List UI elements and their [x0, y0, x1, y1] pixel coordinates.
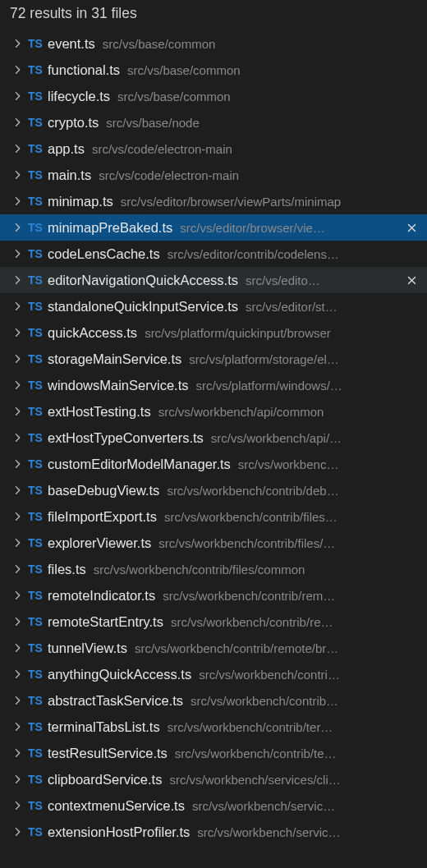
search-result-row[interactable]: TSclipboardService.tssrc/vs/workbench/se… — [0, 766, 427, 792]
search-result-row[interactable]: TSterminalTabsList.tssrc/vs/workbench/co… — [0, 714, 427, 740]
file-type-icon: TS — [25, 484, 48, 497]
search-result-row[interactable]: TSquickAccess.tssrc/vs/platform/quickinp… — [0, 319, 427, 346]
result-label: testResultService.tssrc/vs/workbench/con… — [48, 746, 420, 761]
search-result-row[interactable]: TSanythingQuickAccess.tssrc/vs/workbench… — [0, 661, 427, 687]
chevron-right-icon[interactable] — [11, 616, 25, 627]
result-label: main.tssrc/vs/code/electron-main — [48, 168, 420, 183]
file-type-icon: TS — [25, 37, 48, 50]
result-path: src/vs/workbench/contri… — [199, 668, 340, 682]
result-filename: explorerViewer.ts — [48, 535, 151, 551]
result-label: extensionHostProfiler.tssrc/vs/workbench… — [48, 824, 420, 840]
chevron-right-icon[interactable] — [11, 406, 25, 417]
result-path: src/vs/workbench/servic… — [197, 825, 340, 839]
result-path: src/vs/base/common — [127, 63, 241, 77]
chevron-right-icon[interactable] — [11, 117, 25, 128]
search-result-row[interactable]: TSminimap.tssrc/vs/editor/browser/viewPa… — [0, 188, 427, 214]
result-filename: remoteStartEntry.ts — [48, 614, 163, 630]
search-result-row[interactable]: TSwindowsMainService.tssrc/vs/platform/w… — [0, 372, 427, 398]
chevron-right-icon[interactable] — [11, 721, 25, 733]
chevron-right-icon[interactable] — [11, 90, 25, 102]
search-result-row[interactable]: TSeditorNavigationQuickAccess.tssrc/vs/e… — [0, 267, 427, 293]
file-type-icon: TS — [25, 90, 48, 103]
chevron-right-icon[interactable] — [11, 248, 25, 259]
search-result-row[interactable]: TSstandaloneQuickInputService.tssrc/vs/e… — [0, 293, 427, 319]
result-label: extHostTesting.tssrc/vs/workbench/api/co… — [48, 404, 420, 420]
chevron-right-icon[interactable] — [11, 800, 25, 811]
chevron-right-icon[interactable] — [11, 668, 25, 680]
result-label: app.tssrc/vs/code/electron-main — [48, 141, 420, 157]
result-path: src/vs/workbench/contrib/te… — [175, 746, 337, 760]
result-filename: tunnelView.ts — [48, 641, 127, 656]
result-path: src/vs/workbench/api/common — [158, 405, 324, 419]
result-label: abstractTaskService.tssrc/vs/workbench/c… — [48, 693, 420, 709]
chevron-right-icon[interactable] — [11, 826, 25, 838]
search-result-row[interactable]: TSapp.tssrc/vs/code/electron-main — [0, 135, 427, 162]
search-result-row[interactable]: TScustomEditorModelManager.tssrc/vs/work… — [0, 451, 427, 477]
search-result-row[interactable]: TSlifecycle.tssrc/vs/base/common — [0, 83, 427, 109]
search-result-row[interactable]: TSevent.tssrc/vs/base/common — [0, 30, 427, 57]
chevron-right-icon[interactable] — [11, 64, 25, 76]
chevron-right-icon[interactable] — [11, 327, 25, 338]
search-result-row[interactable]: TScrypto.tssrc/vs/base/node — [0, 109, 427, 135]
file-type-icon: TS — [25, 431, 48, 444]
result-label: crypto.tssrc/vs/base/node — [48, 115, 420, 131]
search-result-row[interactable]: TSmain.tssrc/vs/code/electron-main — [0, 162, 427, 188]
result-filename: lifecycle.ts — [48, 89, 110, 104]
file-type-icon: TS — [25, 825, 48, 838]
search-result-row[interactable]: TSminimapPreBaked.tssrc/vs/editor/browse… — [0, 214, 427, 241]
search-result-row[interactable]: TSremoteIndicator.tssrc/vs/workbench/con… — [0, 582, 427, 609]
result-label: minimap.tssrc/vs/editor/browser/viewPart… — [48, 194, 420, 209]
result-path: src/vs/workbench/contrib/deb… — [167, 484, 338, 498]
chevron-right-icon[interactable] — [11, 485, 25, 496]
chevron-right-icon[interactable] — [11, 143, 25, 154]
search-result-row[interactable]: TSextHostTypeConverters.tssrc/vs/workben… — [0, 425, 427, 451]
search-result-row[interactable]: TStunnelView.tssrc/vs/workbench/contrib/… — [0, 635, 427, 661]
chevron-right-icon[interactable] — [11, 379, 25, 391]
chevron-right-icon[interactable] — [11, 195, 25, 207]
result-path: src/vs/editor/browser/vie… — [180, 221, 325, 235]
search-result-row[interactable]: TSabstractTaskService.tssrc/vs/workbench… — [0, 687, 427, 714]
chevron-right-icon[interactable] — [11, 590, 25, 601]
close-icon[interactable] — [402, 271, 420, 289]
search-result-row[interactable]: TScontextmenuService.tssrc/vs/workbench/… — [0, 792, 427, 819]
result-filename: baseDebugView.ts — [48, 483, 159, 498]
search-result-row[interactable]: TScodeLensCache.tssrc/vs/editor/contrib/… — [0, 241, 427, 267]
search-result-row[interactable]: TSextensionHostProfiler.tssrc/vs/workben… — [0, 819, 427, 845]
chevron-right-icon[interactable] — [11, 695, 25, 706]
search-result-row[interactable]: TStestResultService.tssrc/vs/workbench/c… — [0, 740, 427, 766]
chevron-right-icon[interactable] — [11, 169, 25, 181]
chevron-right-icon[interactable] — [11, 274, 25, 286]
search-result-row[interactable]: TSfiles.tssrc/vs/workbench/contrib/files… — [0, 556, 427, 582]
search-result-row[interactable]: TSfunctional.tssrc/vs/base/common — [0, 57, 427, 83]
file-type-icon: TS — [25, 273, 48, 287]
search-result-row[interactable]: TSremoteStartEntry.tssrc/vs/workbench/co… — [0, 609, 427, 635]
search-result-row[interactable]: TSexplorerViewer.tssrc/vs/workbench/cont… — [0, 530, 427, 556]
result-label: customEditorModelManager.tssrc/vs/workbe… — [48, 457, 420, 472]
search-result-row[interactable]: TSfileImportExport.tssrc/vs/workbench/co… — [0, 503, 427, 530]
chevron-right-icon[interactable] — [11, 458, 25, 470]
chevron-right-icon[interactable] — [11, 537, 25, 549]
result-label: minimapPreBaked.tssrc/vs/editor/browser/… — [48, 220, 402, 236]
file-type-icon: TS — [25, 379, 48, 392]
chevron-right-icon[interactable] — [11, 222, 25, 233]
chevron-right-icon[interactable] — [11, 642, 25, 654]
result-label: fileImportExport.tssrc/vs/workbench/cont… — [48, 509, 420, 525]
chevron-right-icon[interactable] — [11, 747, 25, 759]
search-result-row[interactable]: TSextHostTesting.tssrc/vs/workbench/api/… — [0, 398, 427, 425]
chevron-right-icon[interactable] — [11, 432, 25, 443]
file-type-icon: TS — [25, 326, 48, 339]
result-filename: files.ts — [48, 562, 86, 577]
chevron-right-icon[interactable] — [11, 774, 25, 785]
chevron-right-icon[interactable] — [11, 563, 25, 575]
close-icon[interactable] — [402, 218, 420, 237]
result-filename: functional.ts — [48, 62, 120, 78]
result-filename: event.ts — [48, 36, 95, 52]
result-filename: extHostTypeConverters.ts — [48, 430, 204, 446]
chevron-right-icon[interactable] — [11, 301, 25, 312]
chevron-right-icon[interactable] — [11, 353, 25, 365]
search-result-row[interactable]: TSstorageMainService.tssrc/vs/platform/s… — [0, 346, 427, 372]
chevron-right-icon[interactable] — [11, 511, 25, 522]
search-result-row[interactable]: TSbaseDebugView.tssrc/vs/workbench/contr… — [0, 477, 427, 503]
result-filename: windowsMainService.ts — [48, 378, 188, 393]
chevron-right-icon[interactable] — [11, 38, 25, 49]
